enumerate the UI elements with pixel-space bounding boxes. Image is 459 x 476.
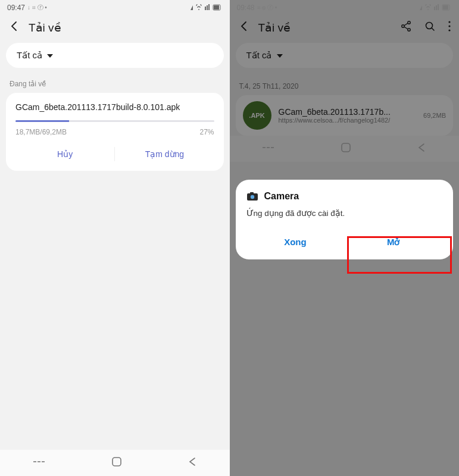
filter-label: Tất cả: [17, 50, 42, 61]
install-complete-dialog: Camera Ứng dụng đã được cài đặt. Xong Mở: [236, 180, 454, 259]
svg-rect-2: [208, 4, 210, 10]
download-card: GCam_6beta.201113.1717build-8.0.101.apk …: [6, 93, 224, 171]
home-icon[interactable]: [111, 456, 122, 469]
svg-rect-4: [214, 5, 219, 10]
phone-right: 09:48 ⌗ ⊕ ⓡ • Tải về Tất cả T.4, 25 Th11…: [230, 0, 460, 476]
svg-rect-8: [113, 458, 121, 466]
progress-size: 18,7MB/69,2MB: [15, 128, 67, 136]
svg-rect-0: [205, 7, 206, 10]
svg-rect-1: [207, 5, 208, 10]
android-navbar: [0, 450, 230, 476]
svg-point-26: [250, 195, 254, 199]
done-button[interactable]: Xong: [246, 227, 345, 257]
status-bar: 09:47 ↓ ⌗ ⓡ •: [0, 0, 230, 15]
progress-percent: 27%: [199, 128, 214, 136]
dialog-app-name: Camera: [264, 191, 299, 202]
dialog-message: Ứng dụng đã được cài đặt.: [246, 208, 443, 218]
recents-icon[interactable]: [33, 458, 45, 468]
cancel-button[interactable]: Hủy: [15, 142, 114, 166]
nav-back-icon[interactable]: [188, 457, 196, 469]
page-header: Tải về: [0, 15, 230, 43]
filter-chip[interactable]: Tất cả: [6, 43, 224, 68]
chevron-down-icon: [47, 51, 53, 61]
downloading-section-label: Đang tải về: [0, 76, 230, 93]
progress-bar: [15, 120, 214, 122]
svg-rect-25: [250, 192, 254, 194]
status-left-icons: ↓ ⌗ ⓡ •: [27, 4, 47, 12]
status-time: 09:47: [7, 4, 25, 12]
back-icon[interactable]: [8, 20, 20, 35]
pause-button[interactable]: Tạm dừng: [115, 142, 214, 166]
page-title: Tải về: [29, 21, 61, 35]
camera-icon: [246, 190, 258, 202]
download-file-name: GCam_6beta.201113.1717build-8.0.101.apk: [15, 102, 214, 112]
phone-left: 09:47 ↓ ⌗ ⓡ • Tải về Tất cả Đang tải về …: [0, 0, 230, 476]
status-right-icons: [189, 4, 223, 11]
open-button[interactable]: Mở: [344, 227, 442, 257]
